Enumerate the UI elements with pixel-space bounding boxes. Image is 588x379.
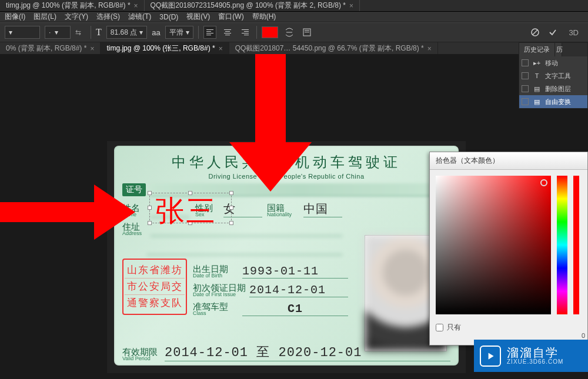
cancel-icon[interactable] [529,26,542,39]
menu-help[interactable]: 帮助(H) [252,12,276,22]
text-options-bar: ▾ · ▾ ⇆ T 81.68 点 ▾ aa 平滑 ▾ 3D [0,22,588,42]
antialias-dropdown[interactable]: 平滑 ▾ [165,26,193,39]
web-colors-label: 只有 [447,323,461,333]
transform-handle[interactable] [148,206,152,210]
text-color-swatch[interactable] [262,26,278,38]
close-icon[interactable]: × [349,2,353,10]
color-preview-strip [573,176,579,314]
window-file-tabs: timg.jpg @ 100% (背景 副本, RGB/8#) *× QQ截图2… [0,0,588,12]
color-field[interactable] [436,176,551,314]
history-item[interactable]: ▸+移动 [519,56,587,69]
file-tab[interactable]: QQ截图20180723154905.png @ 100% (背景 副本 2, … [145,0,360,11]
typed-text[interactable]: 张三 [155,192,216,231]
text-size-icon: T [96,27,102,38]
type-icon: T [532,72,542,79]
character-panel-icon[interactable] [300,26,313,39]
license-first-issue: 2014-12-01 [249,283,348,297]
color-picker-title: 拾色器（文本颜色） [430,152,587,170]
history-item[interactable]: ▤自由变换 [519,95,587,108]
web-colors-checkbox[interactable] [436,324,443,331]
close-icon[interactable]: × [90,45,94,53]
close-icon[interactable]: × [134,2,138,10]
menu-3d[interactable]: 3D(D) [159,13,178,21]
3d-button[interactable]: 3D [569,28,579,37]
menu-filter[interactable]: 滤镜(T) [128,12,151,22]
file-tab[interactable]: timg.jpg @ 100% (背景 副本, RGB/8#) *× [0,0,145,11]
play-icon [480,346,501,367]
hue-slider[interactable] [557,176,567,314]
font-style-dropdown[interactable]: · ▾ [45,26,71,39]
transform-handle[interactable] [148,221,152,225]
color-picker-dialog[interactable]: 拾色器（文本颜色） 只有 0 [429,152,588,346]
document-tabs: 0% (背景 副本, RGB/8#) *× timg.jpg @ 100% (张… [0,42,588,55]
menu-bar: 图像(I) 图层(L) 文字(Y) 选择(S) 滤镜(T) 3D(D) 视图(V… [0,12,588,22]
align-left-button[interactable] [203,26,216,39]
transform-handle[interactable] [229,221,233,225]
menu-select[interactable]: 选择(S) [96,12,120,22]
antialias-icon: aa [152,28,160,37]
warp-text-icon[interactable] [283,26,296,39]
svg-rect-2 [305,32,309,32]
svg-line-4 [533,30,537,35]
align-right-button[interactable] [239,26,252,39]
move-icon: ▸+ [532,59,542,67]
color-cursor[interactable] [540,179,547,186]
menu-view[interactable]: 视图(V) [186,12,210,22]
menu-image[interactable]: 图像(I) [5,12,25,22]
layer-icon: ▤ [532,98,542,106]
menu-layer[interactable]: 图层(L) [34,12,56,22]
watermark-badge: 溜溜自学 ZIXUE.3D66.COM [474,340,588,372]
doc-tab[interactable]: QQ截图201807… 54450.png @ 66.7% (背景 副本, RG… [229,42,438,55]
svg-rect-1 [305,30,309,31]
font-family-dropdown[interactable]: ▾ [5,26,40,39]
font-size-field[interactable]: 81.68 点 ▾ [106,26,147,39]
license-nationality: 中国 [303,201,342,217]
history-item[interactable]: T文字工具 [519,69,587,82]
history-tab[interactable]: 历史记录 [519,43,555,56]
doc-tab[interactable]: 0% (背景 副本, RGB/8#) *× [0,42,101,55]
doc-tab[interactable]: timg.jpg @ 100% (张三, RGB/8#) *× [101,42,229,55]
issuing-authority-stamp: 山东省潍坊 市公安局交 通警察支队 [122,259,187,315]
commit-icon[interactable] [546,26,559,39]
close-icon[interactable]: × [219,45,223,53]
transform-handle[interactable] [229,206,233,210]
color-value: 0 [582,332,585,339]
layer-icon: ▤ [532,85,542,93]
annotation-arrow-down [229,54,312,195]
menu-text[interactable]: 文字(Y) [65,12,88,22]
swap-icon[interactable]: ⇆ [75,26,86,39]
align-center-button[interactable] [221,26,234,39]
license-class: C1 [242,302,348,316]
history-panel: 历史记录 历 ▸+移动 T文字工具 ▤删除图层 ▤自由变换 [519,42,588,109]
menu-window[interactable]: 窗口(W) [218,12,243,22]
transform-handle[interactable] [148,191,152,195]
license-dob: 1993-01-11 [242,264,348,279]
annotation-arrow-right [0,185,138,237]
close-icon[interactable]: × [427,45,432,53]
history-item[interactable]: ▤删除图层 [519,82,587,95]
history-tab-collapsed[interactable]: 历 [555,43,562,56]
